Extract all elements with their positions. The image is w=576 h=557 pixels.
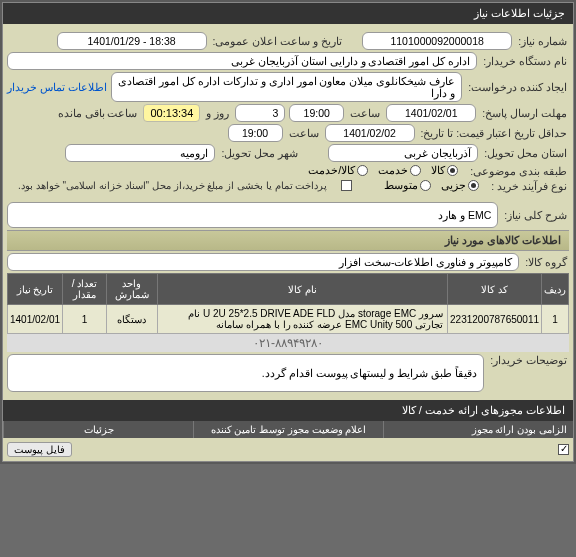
col-unit: واحد شمارش: [106, 274, 157, 305]
min-valid-label: حداقل تاریخ اعتبار قیمت: تا تاریخ:: [419, 127, 569, 139]
cell-code: 2231200787650011: [448, 305, 542, 334]
cell-unit: دستگاه: [106, 305, 157, 334]
hour-label-2: ساعت: [287, 127, 321, 139]
requester-value: عارف شیخکانلوی میلان معاون امور اداری و …: [111, 72, 462, 102]
permits-col-details: جزئیات: [3, 421, 193, 438]
category-label: طبقه بندی موضوعی:: [468, 165, 569, 177]
city-value: ارومیه: [65, 144, 215, 162]
deadline-date-value: 1401/02/01: [386, 104, 476, 122]
need-title-label: شرح کلی نیاز:: [502, 209, 569, 221]
items-info-header: اطلاعات کالاهای مورد نیاز: [7, 230, 569, 251]
treasury-note: پرداخت تمام یا بخشی از مبلغ خرید،از محل …: [18, 180, 327, 191]
permits-col-required: الزامی بودن ارائه مجوز: [383, 421, 573, 438]
col-date: تاریخ نیاز: [8, 274, 63, 305]
radio-service[interactable]: خدمت: [378, 164, 421, 177]
cell-idx: 1: [542, 305, 569, 334]
table-row: 1 2231200787650011 سرور storage EMC مدل …: [8, 305, 569, 334]
cell-date: 1401/02/01: [8, 305, 63, 334]
permits-col-status: اعلام وضعیت مجوز توسط تامین کننده: [193, 421, 383, 438]
radio-icon: [420, 180, 431, 191]
radio-icon: [410, 165, 421, 176]
need-number-label: شماره نیاز:: [516, 35, 569, 47]
radio-small[interactable]: جزیی: [441, 179, 479, 192]
col-name: نام کالا: [157, 274, 447, 305]
buyer-notes-value: دقیقاً طبق شرایط و لیستهای پیوست اقدام گ…: [7, 354, 484, 392]
treasury-checkbox[interactable]: [341, 180, 352, 191]
radio-goods-label: کالا: [431, 164, 445, 177]
cell-name: سرور storage EMC مدل U 2U 25*2.5 DRIVE A…: [157, 305, 447, 334]
watermark-phone: ۰۲۱-۸۸۹۴۹۲۸۰: [7, 334, 569, 352]
col-qty: تعداد / مقدار: [63, 274, 107, 305]
buyer-notes-label: توضیحات خریدار:: [488, 354, 569, 366]
buyer-org-value: اداره کل امور اقتصادی و دارایی استان آذر…: [7, 52, 477, 70]
radio-small-label: جزیی: [441, 179, 466, 192]
announce-datetime-value: 1401/01/29 - 18:38: [57, 32, 207, 50]
radio-icon: [357, 165, 368, 176]
province-value: آذربایجان غربی: [328, 144, 478, 162]
radio-goods[interactable]: کالا: [431, 164, 458, 177]
process-type-label: نوع فرآیند خرید :: [489, 180, 569, 192]
col-row: ردیف: [542, 274, 569, 305]
title-bar: جزئیات اطلاعات نیاز: [3, 3, 573, 24]
day-and-label: روز و: [204, 107, 231, 119]
need-title-value: EMC و هارد: [7, 202, 498, 228]
valid-time-value: 19:00: [228, 124, 283, 142]
hour-label-1: ساعت: [348, 107, 382, 119]
cell-qty: 1: [63, 305, 107, 334]
radio-icon: [468, 180, 479, 191]
countdown-timer: 00:13:34: [143, 104, 200, 122]
deadline-days-value: 3: [235, 104, 285, 122]
radio-medium[interactable]: متوسط: [384, 179, 431, 192]
province-label: استان محل تحویل:: [482, 147, 569, 159]
col-code: کد کالا: [448, 274, 542, 305]
buyer-contact-link[interactable]: اطلاعات تماس خریدار: [7, 81, 107, 93]
deadline-label: مهلت ارسال پاسخ:: [480, 107, 569, 119]
valid-date-value: 1401/02/02: [325, 124, 415, 142]
announce-datetime-label: تاریخ و ساعت اعلان عمومی:: [211, 35, 345, 47]
radio-goods-service[interactable]: کالا/خدمت: [308, 164, 368, 177]
radio-medium-label: متوسط: [384, 179, 418, 192]
requester-label: ایجاد کننده درخواست:: [466, 81, 569, 93]
radio-service-label: خدمت: [378, 164, 408, 177]
need-number-value: 1101000092000018: [362, 32, 512, 50]
goods-group-label: گروه کالا:: [523, 256, 569, 268]
city-label: شهر محل تحویل:: [219, 147, 300, 159]
radio-goods-service-label: کالا/خدمت: [308, 164, 355, 177]
remaining-label: ساعت باقی مانده: [56, 107, 140, 119]
permits-header: اطلاعات مجوزهای ارائه خدمت / کالا: [3, 400, 573, 421]
buyer-org-label: نام دستگاه خریدار:: [481, 55, 569, 67]
items-table: ردیف کد کالا نام کالا واحد شمارش تعداد /…: [7, 273, 569, 334]
permits-columns: الزامی بودن ارائه مجوز اعلام وضعیت مجوز …: [3, 421, 573, 438]
check-icon: ✓: [560, 443, 568, 454]
radio-icon: [447, 165, 458, 176]
attachment-button[interactable]: فایل پیوست: [7, 442, 72, 457]
permit-required-checkbox[interactable]: ✓: [558, 444, 569, 455]
deadline-time-value: 19:00: [289, 104, 344, 122]
title-bar-text: جزئیات اطلاعات نیاز: [474, 7, 565, 20]
goods-group-value: کامپیوتر و فناوری اطلاعات-سخت افزار: [7, 253, 519, 271]
table-header-row: ردیف کد کالا نام کالا واحد شمارش تعداد /…: [8, 274, 569, 305]
